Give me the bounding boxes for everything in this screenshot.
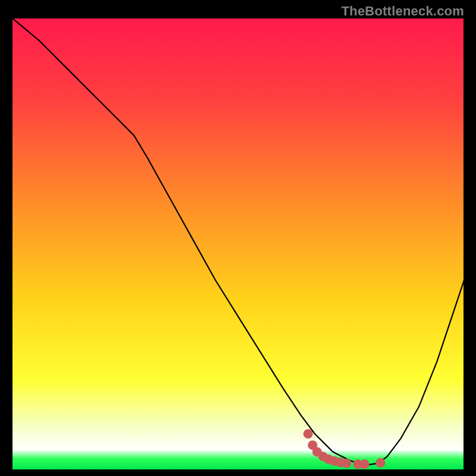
marker-dot: [375, 458, 385, 468]
marker-dot: [303, 429, 313, 439]
chart-svg: [12, 18, 464, 470]
chart-background: [12, 18, 464, 470]
watermark-text: TheBottleneck.com: [342, 4, 464, 19]
chart-frame: [12, 18, 464, 470]
marker-dot: [342, 459, 351, 468]
marker-dot: [360, 459, 369, 469]
